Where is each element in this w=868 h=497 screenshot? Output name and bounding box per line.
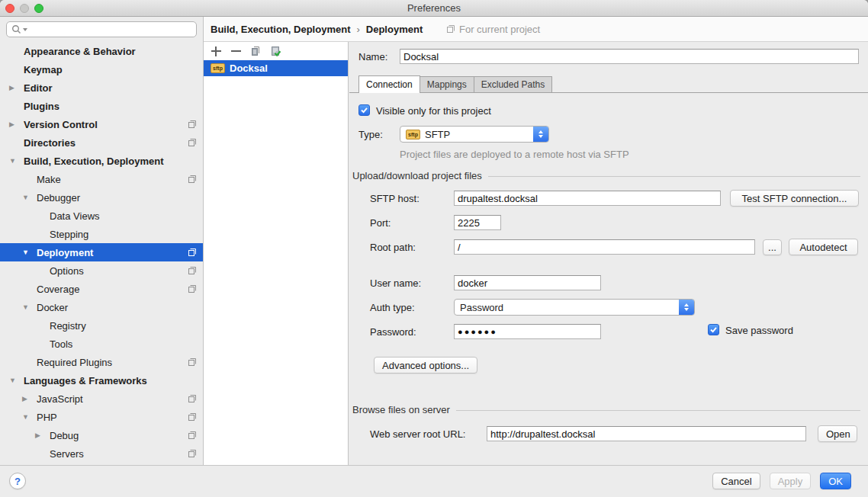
sidebar-item-editor[interactable]: ▶Editor bbox=[0, 79, 203, 97]
type-hint: Project files are deployed to a remote h… bbox=[400, 149, 629, 160]
sidebar-item-label: Build, Execution, Deployment bbox=[24, 156, 163, 167]
chevron-down-icon[interactable]: ▼ bbox=[9, 152, 24, 170]
search-options-caret-icon[interactable] bbox=[23, 28, 27, 31]
apply-button[interactable]: Apply bbox=[770, 473, 812, 489]
tab-connection[interactable]: Connection bbox=[358, 75, 420, 93]
sidebar-item-version-control[interactable]: ▶Version Control bbox=[0, 115, 203, 133]
server-name: Docksal bbox=[230, 63, 268, 74]
chevron-down-icon[interactable]: ▼ bbox=[22, 408, 37, 426]
auth-type-dropdown[interactable]: Password bbox=[454, 299, 695, 316]
sidebar-item-label: Coverage bbox=[37, 284, 79, 295]
preferences-window: Preferences Appearance & BehaviorKeymap▶… bbox=[0, 0, 868, 497]
sidebar-item-data-views[interactable]: Data Views bbox=[0, 207, 203, 225]
sidebar-item-label: Languages & Frameworks bbox=[24, 375, 147, 386]
sidebar-item-deployment[interactable]: ▼Deployment bbox=[0, 243, 203, 261]
sidebar-item-javascript[interactable]: ▶JavaScript bbox=[0, 390, 203, 408]
sftp-host-label: SFTP host: bbox=[370, 193, 420, 204]
sidebar-item-label: Editor bbox=[24, 82, 53, 94]
autodetect-button[interactable]: Autodetect bbox=[789, 239, 858, 255]
chevron-down-icon[interactable]: ▼ bbox=[22, 243, 37, 261]
user-name-label: User name: bbox=[370, 277, 421, 289]
chevron-right-icon[interactable]: ▶ bbox=[9, 79, 24, 97]
type-dropdown[interactable]: sftp SFTP bbox=[400, 126, 549, 143]
sidebar-item-keymap[interactable]: Keymap bbox=[0, 60, 203, 79]
server-list-item-docksal[interactable]: sftpDocksal bbox=[204, 60, 348, 76]
sidebar-item-label: Data Views bbox=[50, 210, 100, 222]
ok-button[interactable]: OK bbox=[820, 473, 851, 489]
browse-section-title: Browse files on server bbox=[352, 404, 450, 415]
port-field[interactable] bbox=[454, 215, 501, 230]
root-path-label: Root path: bbox=[370, 242, 416, 253]
chevron-down-icon[interactable]: ▼ bbox=[9, 371, 24, 390]
use-as-default-button[interactable] bbox=[269, 45, 281, 57]
cancel-button[interactable]: Cancel bbox=[712, 473, 760, 489]
advanced-options-button[interactable]: Advanced options... bbox=[374, 357, 477, 374]
sidebar-item-label: Docker bbox=[37, 302, 68, 313]
sidebar-item-required-plugins[interactable]: Required Plugins bbox=[0, 353, 203, 371]
sidebar-item-label: Stepping bbox=[50, 229, 88, 240]
test-sftp-connection-button[interactable]: Test SFTP connection... bbox=[730, 190, 859, 207]
visible-only-checkbox[interactable] bbox=[358, 104, 370, 116]
sidebar-item-languages-frameworks[interactable]: ▼Languages & Frameworks bbox=[0, 371, 203, 390]
user-name-field[interactable] bbox=[454, 275, 601, 290]
sidebar-item-label: Tools bbox=[50, 338, 72, 350]
web-root-field[interactable] bbox=[487, 426, 806, 441]
sidebar-item-php[interactable]: ▼PHP bbox=[0, 408, 203, 426]
sidebar-item-debugger[interactable]: ▼Debugger bbox=[0, 188, 203, 207]
sidebar-item-registry[interactable]: Registry bbox=[0, 316, 203, 335]
settings-search-field[interactable] bbox=[29, 24, 191, 36]
current-project-icon bbox=[188, 175, 197, 184]
sftp-host-field[interactable] bbox=[454, 191, 721, 206]
chevron-right-icon[interactable]: ▶ bbox=[22, 390, 37, 408]
page-header: Build, Execution, Deployment › Deploymen… bbox=[204, 17, 868, 42]
sidebar-item-make[interactable]: Make bbox=[0, 170, 203, 188]
title-bar: Preferences bbox=[0, 0, 868, 17]
chevron-down-icon[interactable]: ▼ bbox=[22, 188, 37, 207]
sidebar-item-debug[interactable]: ▶Debug bbox=[0, 426, 203, 444]
add-server-button[interactable] bbox=[210, 45, 222, 57]
sidebar-item-label: Version Control bbox=[24, 119, 98, 130]
name-field[interactable] bbox=[400, 49, 859, 64]
save-password-checkbox[interactable] bbox=[708, 324, 719, 335]
password-label: Password: bbox=[370, 326, 416, 338]
sidebar-item-directories[interactable]: Directories bbox=[0, 133, 203, 152]
sidebar-item-tools[interactable]: Tools bbox=[0, 335, 203, 353]
section-rule bbox=[488, 176, 860, 177]
chevron-right-icon[interactable]: ▶ bbox=[9, 115, 24, 133]
check-icon bbox=[709, 325, 718, 334]
open-button[interactable]: Open bbox=[818, 425, 857, 442]
sidebar-item-label: Deployment bbox=[37, 247, 93, 258]
sidebar-item-docker[interactable]: ▼Docker bbox=[0, 298, 203, 316]
root-path-field[interactable] bbox=[454, 239, 755, 255]
type-label: Type: bbox=[358, 129, 383, 140]
help-button[interactable]: ? bbox=[9, 473, 26, 489]
remove-server-button[interactable] bbox=[230, 45, 242, 57]
sidebar-item-coverage[interactable]: Coverage bbox=[0, 280, 203, 298]
sidebar-item-servers[interactable]: Servers bbox=[0, 444, 203, 463]
tab-mappings[interactable]: Mappings bbox=[420, 76, 474, 93]
sidebar-item-options[interactable]: Options bbox=[0, 261, 203, 280]
current-project-icon bbox=[188, 266, 197, 275]
copy-server-button[interactable] bbox=[249, 45, 262, 57]
current-project-icon bbox=[188, 412, 197, 422]
search-icon bbox=[11, 24, 21, 34]
chevron-down-icon[interactable]: ▼ bbox=[22, 298, 37, 316]
chevron-right-icon[interactable]: ▶ bbox=[35, 426, 50, 444]
sidebar-item-label: Plugins bbox=[24, 101, 59, 112]
password-field[interactable] bbox=[454, 324, 601, 339]
browse-section-header: Browse files on server bbox=[352, 404, 860, 415]
tab-excluded-paths[interactable]: Excluded Paths bbox=[474, 76, 552, 93]
sidebar-item-label: Debugger bbox=[37, 192, 80, 204]
browse-root-path-button[interactable]: ... bbox=[763, 239, 782, 255]
breadcrumb-parent[interactable]: Build, Execution, Deployment bbox=[211, 24, 350, 35]
sidebar-item-stepping[interactable]: Stepping bbox=[0, 225, 203, 243]
search-input[interactable] bbox=[6, 21, 197, 37]
server-list-panel: sftpDocksal bbox=[204, 42, 349, 465]
scope-indicator: For current project bbox=[446, 17, 540, 41]
breadcrumb: Build, Execution, Deployment › Deploymen… bbox=[211, 17, 423, 41]
sidebar-item-appearance-behavior[interactable]: Appearance & Behavior bbox=[0, 42, 203, 60]
server-list: sftpDocksal bbox=[204, 60, 348, 76]
sidebar-item-build-execution-deployment[interactable]: ▼Build, Execution, Deployment bbox=[0, 152, 203, 170]
sidebar-item-plugins[interactable]: Plugins bbox=[0, 97, 203, 115]
current-project-icon bbox=[188, 358, 197, 367]
